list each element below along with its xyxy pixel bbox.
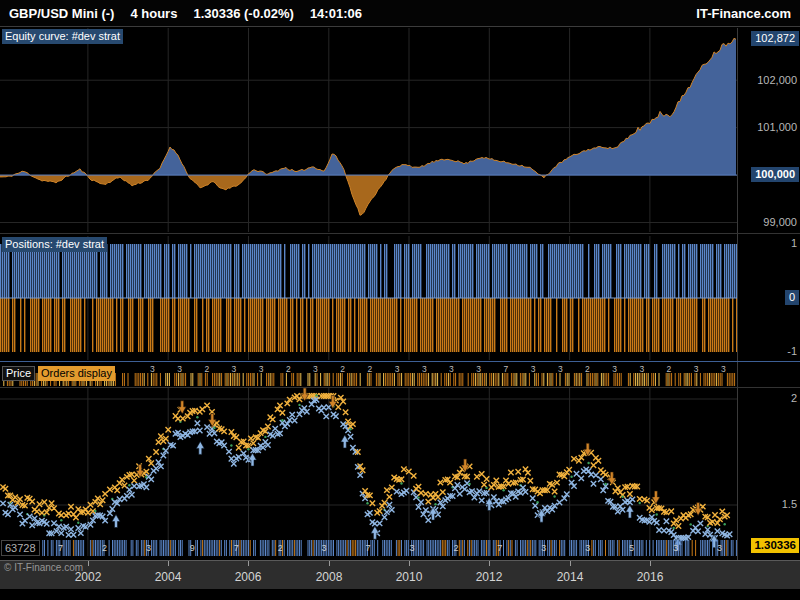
equity-axis-102000: 102,000	[757, 74, 797, 87]
year-tick	[329, 561, 330, 566]
svg-text:3: 3	[177, 364, 182, 374]
svg-text:3: 3	[395, 364, 400, 374]
panel-separator	[0, 233, 800, 234]
equity-chart-canvas[interactable]	[0, 28, 737, 232]
svg-text:7: 7	[497, 543, 502, 553]
svg-text:7: 7	[58, 543, 63, 553]
equity-axis-99000: 99,000	[763, 216, 797, 229]
timeframe-label[interactable]: 4 hours	[130, 6, 177, 21]
year-tick	[570, 561, 571, 566]
last-quote: 1.30336 (-0.02%)	[193, 6, 293, 21]
svg-text:3: 3	[541, 543, 546, 553]
price-axis-2: 2	[791, 392, 797, 405]
svg-text:2: 2	[585, 364, 590, 374]
year-tick	[650, 561, 651, 566]
svg-text:7: 7	[366, 543, 371, 553]
svg-text:3: 3	[612, 364, 617, 374]
svg-text:3: 3	[531, 364, 536, 374]
svg-text:3: 3	[717, 543, 722, 553]
positions-chart-canvas[interactable]	[0, 236, 737, 360]
price-panel[interactable]: 7239723732733533 63728	[0, 388, 737, 556]
year-label: 2012	[476, 570, 503, 584]
equity-axis-101000: 101,000	[757, 121, 797, 134]
positions-panel[interactable]: Positions: #dev strat	[0, 236, 737, 360]
instrument-name[interactable]: GBP/USD Mini (-)	[9, 6, 114, 21]
trading-chart-window: GBP/USD Mini (-) 4 hours 1.30336 (-0.02%…	[0, 0, 800, 600]
last-price: 1.30336	[193, 6, 240, 21]
price-panel-label[interactable]: Price	[2, 366, 35, 381]
orders-panel-labels: Price Orders display	[2, 366, 115, 381]
current-price-label: 1.30336	[751, 538, 799, 553]
svg-text:2: 2	[340, 364, 345, 374]
year-label: 2014	[557, 570, 584, 584]
bar-count-label: 63728	[1, 540, 40, 556]
svg-text:2: 2	[278, 543, 283, 553]
svg-text:3: 3	[313, 364, 318, 374]
positions-axis-zero: 0	[785, 290, 799, 305]
equity-final-value-label: 102,872	[751, 31, 799, 46]
svg-text:2: 2	[667, 364, 672, 374]
svg-text:3: 3	[146, 543, 151, 553]
price-change: (-0.02%)	[244, 6, 294, 21]
svg-text:3: 3	[476, 364, 481, 374]
svg-text:3: 3	[558, 364, 563, 374]
price-chart-canvas[interactable]: 7239723732733533	[0, 388, 737, 556]
svg-text:2: 2	[102, 543, 107, 553]
svg-text:3: 3	[422, 364, 427, 374]
title-bar: GBP/USD Mini (-) 4 hours 1.30336 (-0.02%…	[0, 0, 800, 27]
year-tick	[168, 561, 169, 566]
svg-text:3: 3	[150, 364, 155, 374]
orders-panel[interactable]: 3323323223333733233233 Price Orders disp…	[0, 364, 737, 386]
svg-text:2: 2	[286, 364, 291, 374]
svg-text:3: 3	[694, 364, 699, 374]
panel-separator	[0, 361, 800, 362]
panel-separator	[0, 387, 800, 388]
time-axis[interactable]: 20022004200620082010201220142016	[0, 560, 800, 589]
svg-text:3: 3	[322, 543, 327, 553]
svg-text:3: 3	[721, 364, 726, 374]
positions-axis-plus1: 1	[791, 237, 797, 250]
year-label: 2006	[235, 570, 262, 584]
svg-text:3: 3	[673, 543, 678, 553]
positions-axis-minus1: -1	[787, 345, 797, 358]
svg-text:3: 3	[410, 543, 415, 553]
year-label: 2016	[637, 570, 664, 584]
year-tick	[489, 561, 490, 566]
equity-baseline-label: 100,000	[751, 167, 799, 182]
price-axis-1-5: 1.5	[782, 498, 797, 511]
orders-display-label[interactable]: Orders display	[38, 366, 115, 381]
watermark: © IT-Finance.com	[4, 562, 83, 573]
brand-link[interactable]: IT-Finance.com	[696, 6, 791, 21]
svg-text:2: 2	[453, 543, 458, 553]
svg-text:3: 3	[259, 364, 264, 374]
svg-text:3: 3	[585, 543, 590, 553]
svg-text:7: 7	[504, 364, 509, 374]
svg-text:3: 3	[449, 364, 454, 374]
axis-gutter-separator	[737, 28, 738, 560]
year-label: 2010	[396, 570, 423, 584]
svg-text:3: 3	[639, 364, 644, 374]
year-tick	[248, 561, 249, 566]
year-label: 2008	[316, 570, 343, 584]
equity-panel[interactable]: Equity curve: #dev strat	[0, 28, 737, 232]
equity-panel-label[interactable]: Equity curve: #dev strat	[2, 29, 123, 44]
clock: 14:01:06	[310, 6, 362, 21]
svg-text:2: 2	[368, 364, 373, 374]
svg-text:3: 3	[232, 364, 237, 374]
year-label: 2004	[155, 570, 182, 584]
positions-panel-label[interactable]: Positions: #dev strat	[2, 237, 107, 252]
year-tick	[88, 561, 89, 566]
svg-text:9: 9	[190, 543, 195, 553]
year-tick	[409, 561, 410, 566]
svg-text:7: 7	[234, 543, 239, 553]
svg-text:5: 5	[629, 543, 634, 553]
svg-text:2: 2	[204, 364, 209, 374]
